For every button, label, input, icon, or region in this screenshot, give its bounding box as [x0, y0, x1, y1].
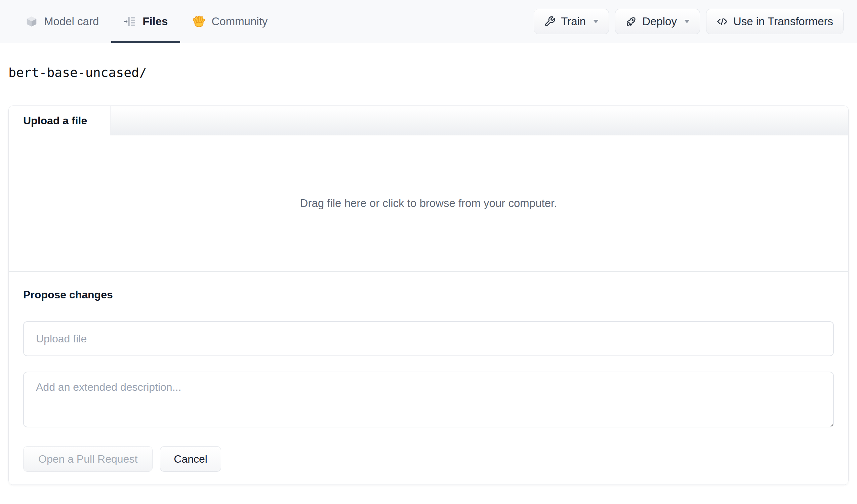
tab-files-label: Files [142, 15, 168, 28]
propose-changes-heading: Propose changes [23, 289, 834, 301]
tab-bar-filler [110, 106, 848, 135]
file-dropzone[interactable]: Drag file here or click to browse from y… [9, 135, 848, 271]
repo-tab-bar: Model card Files [13, 0, 280, 43]
dropzone-hint-text: Drag file here or click to browse from y… [300, 197, 557, 210]
tab-files[interactable]: Files [111, 0, 180, 43]
cube-icon [25, 15, 38, 28]
waving-hand-icon [192, 15, 205, 28]
extended-description-textarea[interactable] [23, 372, 834, 427]
code-icon [717, 16, 728, 27]
open-pull-request-button[interactable]: Open a Pull Request [23, 446, 153, 472]
breadcrumb[interactable]: bert-base-uncased/ [9, 65, 848, 80]
chevron-down-icon [684, 20, 690, 23]
upload-file-input[interactable] [23, 321, 834, 356]
propose-actions-row: Open a Pull Request Cancel [23, 446, 834, 472]
cancel-button[interactable]: Cancel [160, 446, 221, 472]
repo-header: Model card Files [0, 0, 857, 43]
upload-panel-tab-bar: Upload a file [9, 106, 848, 135]
tab-model-card-label: Model card [44, 15, 99, 28]
files-list-icon [124, 15, 136, 28]
tab-community-label: Community [212, 15, 268, 28]
upload-panel: Upload a file Drag file here or click to… [9, 105, 848, 485]
chevron-down-icon [593, 20, 599, 23]
propose-changes-section: Propose changes Open a Pull Request Canc… [9, 271, 848, 485]
files-page: bert-base-uncased/ Upload a file Drag fi… [0, 65, 857, 485]
active-tab-underline [111, 41, 180, 43]
use-in-transformers-label: Use in Transformers [733, 15, 833, 28]
train-button[interactable]: Train [534, 9, 609, 34]
tab-community[interactable]: Community [180, 0, 280, 43]
tab-upload-a-file[interactable]: Upload a file [9, 106, 110, 135]
tab-model-card[interactable]: Model card [13, 0, 111, 43]
rocket-icon [625, 16, 637, 27]
deploy-button[interactable]: Deploy [615, 9, 700, 34]
repo-action-buttons: Train Deploy Use in Tr [534, 0, 843, 43]
wrench-icon [544, 16, 556, 27]
use-in-transformers-button[interactable]: Use in Transformers [706, 9, 843, 34]
train-button-label: Train [561, 15, 586, 28]
tab-upload-a-file-label: Upload a file [23, 115, 87, 127]
deploy-button-label: Deploy [642, 15, 677, 28]
